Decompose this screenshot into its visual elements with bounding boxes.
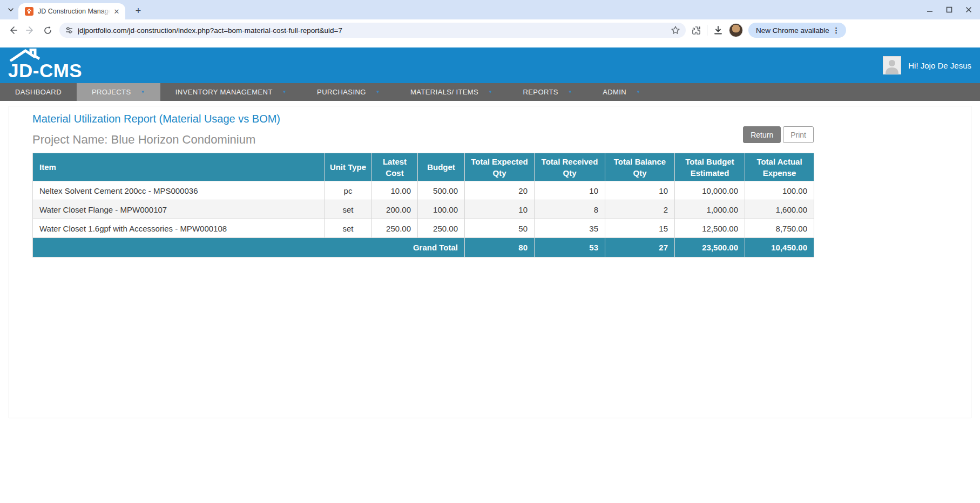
nav-item-dashboard[interactable]: DASHBOARD <box>0 83 77 101</box>
grand-total-expected-qty: 80 <box>465 238 535 257</box>
chrome-update-chip[interactable]: New Chrome available ⋮ <box>748 23 846 38</box>
column-header-item: Item <box>33 153 325 181</box>
nav-label: PURCHASING <box>317 88 366 96</box>
cell-budget-estimated: 10,000.00 <box>675 181 745 200</box>
main-navigation: DASHBOARD PROJECTS▼ INVENTORY MANAGEMENT… <box>0 83 980 101</box>
cell-budget: 500.00 <box>418 181 465 200</box>
column-header-total-actual-expense: Total Actual Expense <box>745 153 814 181</box>
toolbar-divider <box>707 25 707 36</box>
cell-budget-estimated: 12,500.00 <box>675 219 745 238</box>
nav-label: MATERIALS/ ITEMS <box>410 88 478 96</box>
forward-arrow-icon <box>25 25 35 35</box>
nav-item-projects[interactable]: PROJECTS▼ <box>77 83 160 101</box>
column-header-budget: Budget <box>418 153 465 181</box>
cell-latest-cost: 10.00 <box>372 181 418 200</box>
extensions-icon[interactable] <box>691 25 701 36</box>
nav-item-materials-items[interactable]: MATERIALS/ ITEMS▼ <box>395 83 508 101</box>
cell-balance-qty: 2 <box>605 200 675 219</box>
nav-item-inventory-management[interactable]: INVENTORY MANAGEMENT▼ <box>160 83 302 101</box>
address-bar[interactable]: jdjportfolio.com/jd-construction/index.p… <box>59 23 686 38</box>
project-name: Project Name: Blue Horizon Condominium <box>32 133 255 147</box>
nav-item-purchasing[interactable]: PURCHASING▼ <box>302 83 395 101</box>
cell-item: Water Closet Flange - MPW000107 <box>33 200 325 219</box>
caret-down-icon: ▼ <box>568 90 572 94</box>
greeting-text: Hi! Jojo De Jesus <box>908 61 971 70</box>
user-greeting: Hi! Jojo De Jesus <box>883 47 971 83</box>
report-card: Material Utilization Report (Material Us… <box>9 106 971 418</box>
forward-button[interactable] <box>23 23 38 38</box>
cell-budget: 250.00 <box>418 219 465 238</box>
chevron-down-icon <box>8 6 14 13</box>
jdcms-logo[interactable]: JD-CMS <box>8 49 82 80</box>
column-header-total-balance-qty: Total Balance Qty <box>605 153 675 181</box>
caret-down-icon: ▼ <box>376 90 380 94</box>
cell-expected-qty: 10 <box>465 200 535 219</box>
url-text[interactable]: jdjportfolio.com/jd-construction/index.p… <box>78 26 671 35</box>
page-viewport: JD-CMS Hi! Jojo De Jesus DASHBOARD PROJE… <box>0 41 980 503</box>
grand-total-label: Grand Total <box>33 238 465 257</box>
column-header-total-received-qty: Total Received Qty <box>535 153 605 181</box>
cell-received-qty: 8 <box>535 200 605 219</box>
browser-toolbar: jdjportfolio.com/jd-construction/index.p… <box>0 19 980 41</box>
grand-total-received-qty: 53 <box>535 238 605 257</box>
nav-label: DASHBOARD <box>15 88 62 96</box>
column-header-total-budget-estimated: Total Budget Estimated <box>675 153 745 181</box>
reload-icon <box>43 26 52 35</box>
profile-avatar[interactable] <box>729 23 743 37</box>
nav-label: INVENTORY MANAGEMENT <box>175 88 273 96</box>
grand-total-budget-estimated: 23,500.00 <box>675 238 745 257</box>
return-button[interactable]: Return <box>743 126 781 143</box>
grand-total-row: Grand Total 80 53 27 23,500.00 10,450.00 <box>33 238 814 257</box>
back-button[interactable] <box>5 23 21 38</box>
download-icon[interactable] <box>713 25 724 36</box>
page-title: Material Utilization Report (Material Us… <box>32 113 280 125</box>
bookmark-star-icon[interactable] <box>671 25 680 35</box>
toolbar-right-cluster: New Chrome available ⋮ <box>691 23 846 38</box>
site-favicon-icon <box>25 7 33 16</box>
site-info-icon[interactable] <box>65 26 73 35</box>
window-maximize-icon[interactable] <box>943 4 955 16</box>
cell-unit-type: set <box>325 200 372 219</box>
table-row: Water Closet Flange - MPW000107 set 200.… <box>33 200 814 219</box>
table-row: Water Closet 1.6gpf with Accessories - M… <box>33 219 814 238</box>
column-header-unit-type: Unit Type <box>325 153 372 181</box>
cell-balance-qty: 10 <box>605 181 675 200</box>
report-actions: Return Print <box>743 126 814 143</box>
chrome-update-label: New Chrome available <box>756 26 829 35</box>
cell-balance-qty: 15 <box>605 219 675 238</box>
print-button[interactable]: Print <box>783 126 814 143</box>
window-minimize-icon[interactable] <box>924 4 936 16</box>
tab-search-button[interactable] <box>5 4 17 16</box>
nav-item-reports[interactable]: REPORTS▼ <box>508 83 588 101</box>
column-header-total-expected-qty: Total Expected Qty <box>465 153 535 181</box>
cell-unit-type: pc <box>325 181 372 200</box>
cell-unit-type: set <box>325 219 372 238</box>
logo-text: JD-CMS <box>8 62 82 80</box>
nav-label: PROJECTS <box>92 88 131 96</box>
new-tab-button[interactable]: + <box>132 4 145 17</box>
table-header-row: Item Unit Type Latest Cost Budget Total … <box>33 153 814 181</box>
material-utilization-table: Item Unit Type Latest Cost Budget Total … <box>32 153 814 257</box>
nav-label: ADMIN <box>603 88 626 96</box>
browser-tab[interactable]: JD Construction Management ✕ <box>18 3 125 19</box>
nav-item-admin[interactable]: ADMIN▼ <box>587 83 655 101</box>
site-header: JD-CMS Hi! Jojo De Jesus <box>0 47 980 83</box>
nav-label: REPORTS <box>523 88 558 96</box>
table-row: Neltex Solvent Cement 200cc - MPS000036 … <box>33 181 814 200</box>
back-arrow-icon <box>8 25 18 35</box>
person-silhouette-icon <box>883 57 901 74</box>
cell-received-qty: 35 <box>535 219 605 238</box>
cell-actual-expense: 100.00 <box>745 181 814 200</box>
page-top-gap <box>0 41 980 47</box>
window-close-icon[interactable] <box>963 4 975 16</box>
caret-down-icon: ▼ <box>282 90 287 94</box>
tab-title: JD Construction Management <box>38 8 110 15</box>
reload-button[interactable] <box>40 23 55 38</box>
tab-close-icon[interactable]: ✕ <box>112 7 121 16</box>
caret-down-icon: ▼ <box>488 90 492 94</box>
user-avatar[interactable] <box>883 56 901 74</box>
browser-menu-icon[interactable]: ⋮ <box>829 26 843 35</box>
grand-total-balance-qty: 27 <box>605 238 675 257</box>
cell-received-qty: 10 <box>535 181 605 200</box>
cell-latest-cost: 250.00 <box>372 219 418 238</box>
